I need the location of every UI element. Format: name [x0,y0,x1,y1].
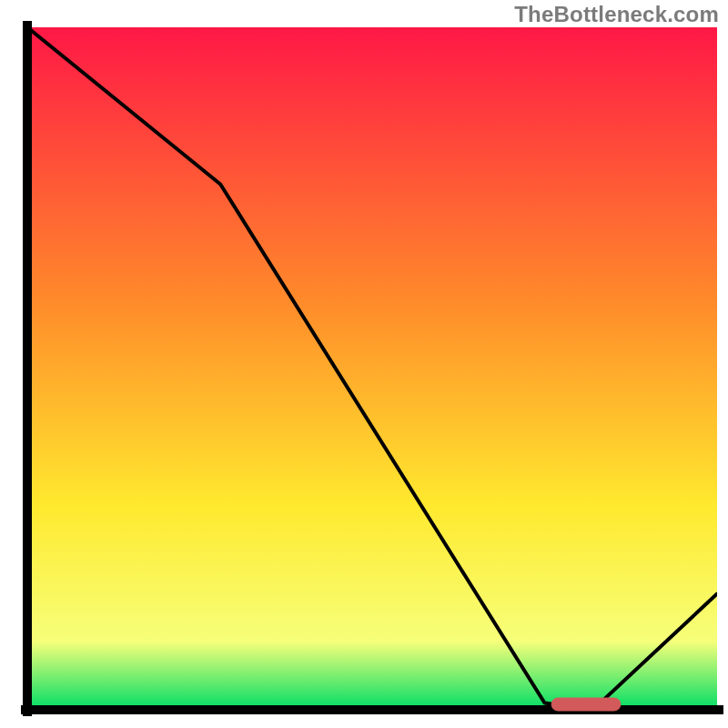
plot-background [27,27,717,710]
optimal-marker [551,698,621,711]
bottleneck-chart [0,0,728,728]
chart-container: TheBottleneck.com [0,0,728,728]
